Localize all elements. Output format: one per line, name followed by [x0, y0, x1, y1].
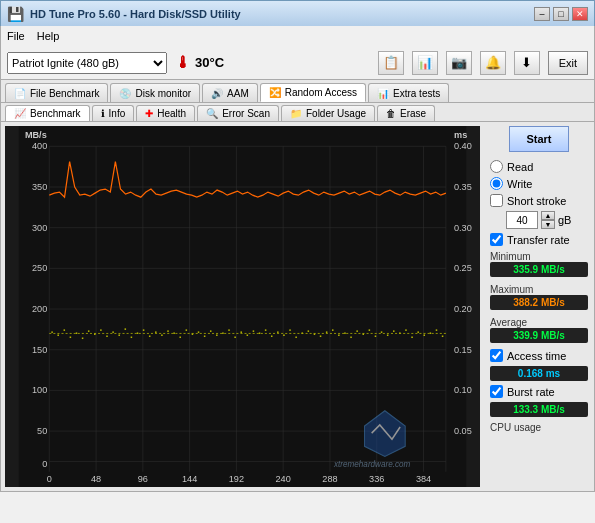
spin-buttons: ▲ ▼ [541, 211, 555, 229]
svg-rect-63 [143, 329, 145, 331]
access-time-value: 0.168 ms [490, 366, 588, 381]
svg-rect-73 [204, 335, 206, 337]
burst-rate-checkbox[interactable] [490, 385, 503, 398]
svg-text:0.10: 0.10 [454, 385, 472, 395]
tab-health[interactable]: ✚ Health [136, 105, 195, 121]
read-radio[interactable] [490, 160, 503, 173]
drive-selector[interactable]: Patriot Ignite (480 gB) [7, 52, 167, 74]
svg-rect-62 [137, 332, 139, 334]
burst-rate-row[interactable]: Burst rate [490, 385, 588, 398]
svg-rect-57 [106, 335, 108, 337]
svg-text:0.30: 0.30 [454, 223, 472, 233]
svg-text:0: 0 [42, 459, 47, 469]
svg-text:300: 300 [32, 223, 47, 233]
tab-info[interactable]: ℹ Info [92, 105, 135, 121]
access-time-row[interactable]: Access time [490, 349, 588, 362]
maximize-button[interactable]: □ [553, 7, 569, 21]
app-icon: 💾 [7, 6, 24, 22]
access-time-checkbox[interactable] [490, 349, 503, 362]
toolbar-icon-5[interactable]: ⬇ [514, 51, 540, 75]
file-benchmark-icon: 📄 [14, 88, 26, 99]
svg-rect-94 [332, 329, 334, 331]
minimum-value: 335.9 MB/s [490, 262, 588, 277]
toolbar-icon-4[interactable]: 🔔 [480, 51, 506, 75]
random-access-icon: 🔀 [269, 87, 281, 98]
toolbar-icon-2[interactable]: 📊 [412, 51, 438, 75]
short-stroke-row[interactable]: Short stroke [490, 194, 588, 207]
minimize-button[interactable]: – [534, 7, 550, 21]
error-scan-icon: 🔍 [206, 108, 218, 119]
svg-text:288: 288 [322, 474, 337, 484]
svg-rect-64 [149, 335, 151, 337]
maximum-value: 388.2 MB/s [490, 295, 588, 310]
svg-rect-80 [247, 334, 249, 336]
tab-benchmark[interactable]: 📈 Benchmark [5, 105, 90, 121]
svg-text:xtremehardware.com: xtremehardware.com [333, 460, 411, 469]
svg-text:192: 192 [229, 474, 244, 484]
spin-down-button[interactable]: ▼ [541, 220, 555, 229]
menu-file[interactable]: File [7, 30, 25, 42]
svg-rect-93 [326, 331, 328, 333]
svg-rect-61 [131, 336, 133, 338]
svg-rect-108 [417, 331, 419, 333]
svg-rect-52 [76, 332, 78, 334]
title-bar-controls[interactable]: – □ ✕ [534, 7, 588, 21]
title-bar: 💾 HD Tune Pro 5.60 - Hard Disk/SSD Utili… [0, 0, 595, 26]
menu-help[interactable]: Help [37, 30, 60, 42]
svg-text:0: 0 [47, 474, 52, 484]
read-radio-row[interactable]: Read [490, 160, 588, 173]
average-value: 339.9 MB/s [490, 328, 588, 343]
tabs-inner: 📈 Benchmark ℹ Info ✚ Health 🔍 Error Scan… [0, 103, 595, 122]
svg-rect-83 [265, 329, 267, 331]
svg-text:0.25: 0.25 [454, 263, 472, 273]
transfer-rate-checkbox[interactable] [490, 233, 503, 246]
burst-rate-value: 133.3 MB/s [490, 402, 588, 417]
svg-rect-69 [179, 336, 181, 338]
svg-rect-76 [222, 332, 224, 334]
spinbox-input[interactable] [506, 211, 538, 229]
svg-rect-51 [70, 336, 72, 338]
tab-erase[interactable]: 🗑 Erase [377, 105, 435, 121]
svg-rect-102 [381, 331, 383, 333]
svg-rect-86 [283, 334, 285, 336]
svg-text:240: 240 [276, 474, 291, 484]
write-radio[interactable] [490, 177, 503, 190]
svg-rect-67 [167, 330, 169, 332]
transfer-rate-row[interactable]: Transfer rate [490, 233, 588, 246]
title-bar-left: 💾 HD Tune Pro 5.60 - Hard Disk/SSD Utili… [7, 6, 241, 22]
svg-text:350: 350 [32, 182, 47, 192]
short-stroke-checkbox[interactable] [490, 194, 503, 207]
svg-rect-53 [82, 338, 84, 340]
short-stroke-label: Short stroke [507, 195, 566, 207]
exit-button[interactable]: Exit [548, 51, 588, 75]
svg-rect-96 [344, 332, 346, 334]
svg-text:ms: ms [454, 130, 467, 140]
tabs-outer: 📄 File Benchmark 💿 Disk monitor 🔊 AAM 🔀 … [0, 80, 595, 103]
tab-aam[interactable]: 🔊 AAM [202, 83, 258, 102]
svg-text:400: 400 [32, 141, 47, 151]
svg-rect-111 [436, 329, 438, 331]
toolbar-icon-3[interactable]: 📷 [446, 51, 472, 75]
svg-text:0.20: 0.20 [454, 304, 472, 314]
tab-extra-tests[interactable]: 📊 Extra tests [368, 83, 449, 102]
start-button[interactable]: Start [509, 126, 569, 152]
tab-error-scan[interactable]: 🔍 Error Scan [197, 105, 279, 121]
read-label: Read [507, 161, 533, 173]
tab-random-access[interactable]: 🔀 Random Access [260, 83, 366, 102]
temperature-value: 30°C [195, 55, 224, 70]
svg-rect-77 [228, 329, 230, 331]
svg-rect-101 [375, 335, 377, 337]
write-radio-row[interactable]: Write [490, 177, 588, 190]
minimum-group: Minimum 335.9 MB/s [490, 250, 588, 277]
close-button[interactable]: ✕ [572, 7, 588, 21]
tab-file-benchmark[interactable]: 📄 File Benchmark [5, 83, 108, 102]
window-title: HD Tune Pro 5.60 - Hard Disk/SSD Utility [30, 8, 241, 20]
tab-disk-monitor[interactable]: 💿 Disk monitor [110, 83, 200, 102]
temperature-display: 🌡 30°C [175, 54, 224, 72]
menu-bar: File Help [0, 26, 595, 46]
tab-folder-usage[interactable]: 📁 Folder Usage [281, 105, 375, 121]
svg-rect-54 [88, 330, 90, 332]
toolbar-icon-1[interactable]: 📋 [378, 51, 404, 75]
svg-rect-78 [234, 336, 236, 338]
spin-up-button[interactable]: ▲ [541, 211, 555, 220]
